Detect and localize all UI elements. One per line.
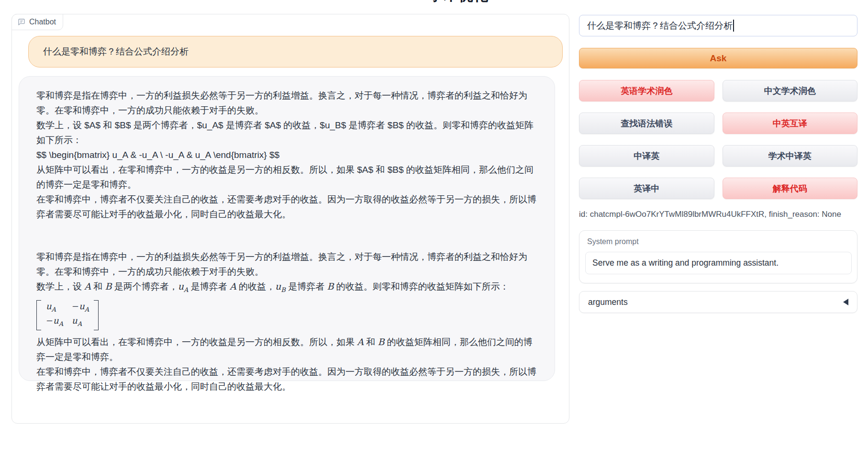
paragraph-gap (36, 222, 537, 249)
bot-paragraph-rendered-4: 在零和博弈中，博弈者不仅要关注自己的收益，还需要考虑对手的收益。因为一方取得的收… (36, 364, 537, 394)
ask-button[interactable]: Ask (579, 48, 857, 68)
page-title-text: ChatGPT 学术优化 (361, 0, 534, 3)
chatbot-label-text: Chatbot (29, 18, 56, 26)
question-input-value: 什么是零和博弈？结合公式介绍分析 (587, 20, 733, 32)
accordion-label: arguments (588, 297, 628, 307)
quick-button-explain-code[interactable]: 解释代码 (723, 178, 858, 199)
quick-buttons-grid: 英语学术润色 中文学术润色 查找语法错误 中英互译 中译英 学术中译英 英译中 … (579, 80, 857, 199)
quick-button-zh-en-mutual-translate[interactable]: 中英互译 (723, 112, 858, 134)
chatbot-label: Chatbot (11, 14, 63, 30)
quick-button-chinese-academic-polish[interactable]: 中文学术润色 (723, 80, 858, 101)
quick-button-zh-to-en[interactable]: 中译英 (579, 145, 714, 167)
matrix-bracket-left-icon (36, 300, 41, 330)
quick-button-en-to-zh[interactable]: 英译中 (579, 178, 714, 199)
chat-bubble-icon (18, 18, 25, 26)
bot-paragraph-rendered-1: 零和博弈是指在博弈中，一方的利益损失必然等于另一方的利益增益。换言之，对于每一种… (36, 249, 537, 279)
bot-paragraph-rendered-3: 从矩阵中可以看出，在零和博弈中，一方的收益是另一方的相反数。所以，如果 A 和 … (36, 335, 537, 364)
quick-button-academic-zh-to-en[interactable]: 学术中译英 (723, 145, 858, 167)
user-message-text: 什么是零和博弈？结合公式介绍分析 (43, 45, 189, 58)
bot-message-bubble: 零和博弈是指在博弈中，一方的利益损失必然等于另一方的利益增益。换言之，对于每一种… (19, 76, 555, 381)
matrix-cell-11: uA (72, 315, 89, 330)
matrix-bracket-right-icon (94, 300, 99, 330)
system-prompt-value: Serve me as a writing and programming as… (592, 258, 779, 268)
system-prompt-input[interactable]: Serve me as a writing and programming as… (585, 252, 852, 274)
system-prompt-label: System prompt (587, 237, 857, 246)
user-message-bubble: 什么是零和博弈？结合公式介绍分析 (28, 36, 563, 67)
bot-paragraph-raw-1: 零和博弈是指在博弈中，一方的利益损失必然等于另一方的利益增益。换言之，对于每一种… (36, 88, 537, 118)
bot-paragraph-rendered-2: 数学上，设 A 和 B 是两个博弈者，uA 是博弈者 A 的收益，uB 是博弈者… (36, 279, 537, 297)
matrix-cell-00: uA (46, 301, 63, 315)
status-id-text: id: chatcmpl-6wOo7KrYTwMl89lbrMWRu4UkFFX… (579, 210, 857, 219)
chatbot-panel: Chatbot 什么是零和博弈？结合公式介绍分析 零和博弈是指在博弈中，一方的利… (11, 14, 569, 424)
matrix-cell-10: −uA (46, 315, 63, 330)
accordion-collapsed-icon (843, 299, 848, 305)
payoff-matrix: uA −uA −uA uA (36, 300, 99, 330)
bot-paragraph-raw-3: 从矩阵中可以看出，在零和博弈中，一方的收益是另一方的相反数。所以，如果 $A$ … (36, 162, 537, 192)
page-title-clipped: ChatGPT 学术优化 (361, 0, 534, 4)
system-prompt-group: System prompt Serve me as a writing and … (579, 230, 857, 283)
matrix-cell-01: −uA (72, 301, 89, 315)
bot-paragraph-raw-2: 数学上，设 $A$ 和 $B$ 是两个博弈者，$u_A$ 是博弈者 $A$ 的收… (36, 118, 537, 147)
quick-button-find-grammar-errors[interactable]: 查找语法错误 (579, 112, 714, 134)
bot-latex-block-raw: $$ \begin{bmatrix} u_A & -u_A \ -u_A & u… (36, 147, 537, 162)
text-cursor (733, 20, 734, 32)
quick-button-english-academic-polish[interactable]: 英语学术润色 (579, 80, 714, 101)
arguments-accordion[interactable]: arguments (579, 291, 857, 313)
question-input[interactable]: 什么是零和博弈？结合公式介绍分析 (579, 15, 857, 36)
bot-paragraph-raw-4: 在零和博弈中，博弈者不仅要关注自己的收益，还需要考虑对手的收益。因为一方取得的收… (36, 192, 537, 222)
